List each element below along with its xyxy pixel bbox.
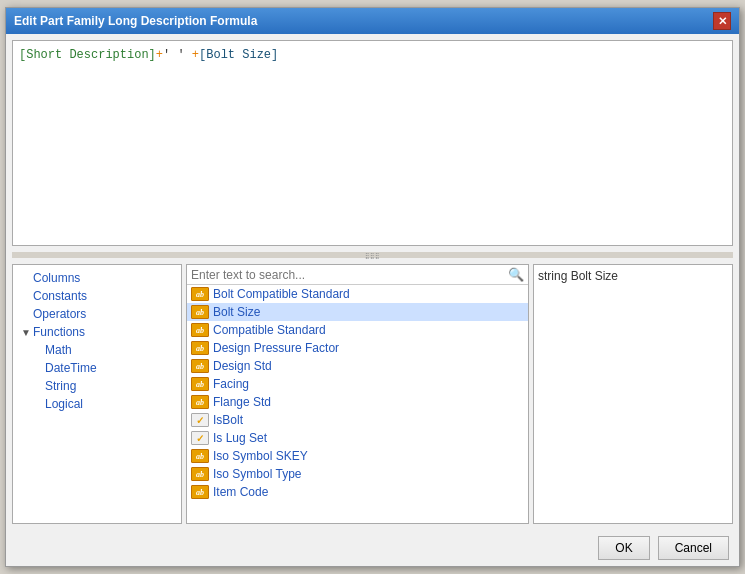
list-item-design-std[interactable]: abDesign Std (187, 357, 528, 375)
list-item-label: Design Std (213, 359, 272, 373)
splitter (12, 252, 733, 258)
tree-item-datetime[interactable]: DateTime (13, 359, 181, 377)
checkbox-icon: ✓ (191, 413, 209, 427)
list-item-label: Bolt Compatible Standard (213, 287, 350, 301)
close-button[interactable]: ✕ (713, 12, 731, 30)
tree-panel: Columns Constants Operators▼Functions Ma… (12, 264, 182, 524)
list-item-label: Design Pressure Factor (213, 341, 339, 355)
list-item-isbolt[interactable]: ✓IsBolt (187, 411, 528, 429)
list-item-label: Item Code (213, 485, 268, 499)
list-item-label: Compatible Standard (213, 323, 326, 337)
ab-icon: ab (191, 341, 209, 355)
list-item-facing[interactable]: abFacing (187, 375, 528, 393)
title-bar: Edit Part Family Long Description Formul… (6, 8, 739, 34)
list-item-design-pressure-factor[interactable]: abDesign Pressure Factor (187, 339, 528, 357)
dialog-title: Edit Part Family Long Description Formul… (14, 14, 257, 28)
tree-item-logical[interactable]: Logical (13, 395, 181, 413)
ok-button[interactable]: OK (598, 536, 649, 560)
list-area[interactable]: abBolt Compatible StandardabBolt SizeabC… (187, 285, 528, 523)
ab-icon: ab (191, 359, 209, 373)
ab-icon: ab (191, 377, 209, 391)
search-input[interactable] (191, 268, 508, 282)
ab-icon: ab (191, 305, 209, 319)
list-item-flange-std[interactable]: abFlange Std (187, 393, 528, 411)
list-item-label: Facing (213, 377, 249, 391)
ab-icon: ab (191, 323, 209, 337)
list-item-label: Is Lug Set (213, 431, 267, 445)
list-item-item-code[interactable]: abItem Code (187, 483, 528, 501)
list-item-is-lug-set[interactable]: ✓Is Lug Set (187, 429, 528, 447)
formula-area[interactable]: [Short Description]+' ' +[Bolt Size] (12, 40, 733, 246)
ab-icon: ab (191, 287, 209, 301)
list-item-bolt-compatible-standard[interactable]: abBolt Compatible Standard (187, 285, 528, 303)
dialog: Edit Part Family Long Description Formul… (5, 7, 740, 567)
checkbox-icon: ✓ (191, 431, 209, 445)
ab-icon: ab (191, 485, 209, 499)
list-item-iso-symbol-skey[interactable]: abIso Symbol SKEY (187, 447, 528, 465)
tree-item-operators[interactable]: Operators (13, 305, 181, 323)
info-panel: string Bolt Size (533, 264, 733, 524)
bottom-panel: Columns Constants Operators▼Functions Ma… (12, 264, 733, 524)
list-item-label: Flange Std (213, 395, 271, 409)
ab-icon: ab (191, 449, 209, 463)
expand-icon: ▼ (21, 327, 31, 338)
tree-item-columns[interactable]: Columns (13, 269, 181, 287)
list-item-iso-symbol-type[interactable]: abIso Symbol Type (187, 465, 528, 483)
dialog-body: [Short Description]+' ' +[Bolt Size] Col… (6, 34, 739, 530)
info-text: string Bolt Size (538, 269, 618, 283)
formula-text: [Short Description]+' ' +[Bolt Size] (19, 48, 278, 62)
list-item-label: Iso Symbol SKEY (213, 449, 308, 463)
tree-item-functions[interactable]: ▼Functions (13, 323, 181, 341)
search-icon: 🔍 (508, 267, 524, 282)
tree-item-constants[interactable]: Constants (13, 287, 181, 305)
cancel-button[interactable]: Cancel (658, 536, 729, 560)
list-item-label: IsBolt (213, 413, 243, 427)
dialog-footer: OK Cancel (6, 530, 739, 566)
middle-panel: 🔍 abBolt Compatible StandardabBolt Sizea… (186, 264, 529, 524)
tree-item-string[interactable]: String (13, 377, 181, 395)
search-bar: 🔍 (187, 265, 528, 285)
ab-icon: ab (191, 395, 209, 409)
list-item-label: Bolt Size (213, 305, 260, 319)
ab-icon: ab (191, 467, 209, 481)
tree-item-math[interactable]: Math (13, 341, 181, 359)
list-item-bolt-size[interactable]: abBolt Size (187, 303, 528, 321)
list-item-label: Iso Symbol Type (213, 467, 302, 481)
list-item-compatible-standard[interactable]: abCompatible Standard (187, 321, 528, 339)
